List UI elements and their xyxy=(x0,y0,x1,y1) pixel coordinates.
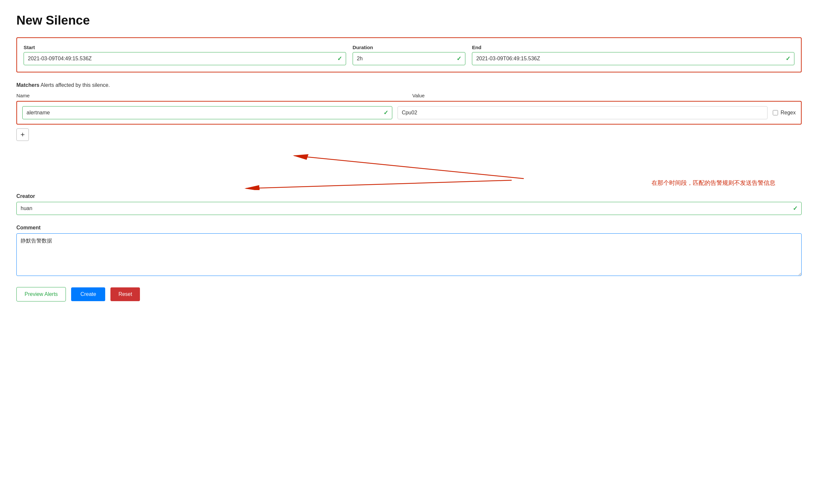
start-field-group: Start ✓ xyxy=(24,45,346,65)
end-field-group: End ✓ xyxy=(472,45,794,65)
annotation-text: 在那个时间段，匹配的告警规则不发送告警信息 xyxy=(652,179,775,187)
creator-input-wrapper: ✓ xyxy=(16,202,802,215)
end-input-wrapper: ✓ xyxy=(472,52,794,65)
matchers-label: Matchers xyxy=(16,82,39,88)
comment-label: Comment xyxy=(16,225,802,231)
end-input[interactable] xyxy=(472,52,794,65)
matchers-section: Matchers Alerts affected by this silence… xyxy=(16,82,802,141)
matcher-name-wrapper: ✓ xyxy=(22,106,392,119)
add-matcher-button[interactable]: + xyxy=(16,128,29,141)
regex-group: Regex xyxy=(773,110,796,116)
duration-input-wrapper: ✓ xyxy=(353,52,465,65)
time-section: Start ✓ Duration ✓ End ✓ xyxy=(16,37,802,72)
matchers-description: Alerts affected by this silence. xyxy=(41,82,110,88)
matcher-name-input[interactable] xyxy=(22,106,392,119)
svg-line-3 xyxy=(246,180,512,188)
actions-row: Preview Alerts Create Reset xyxy=(16,287,802,301)
duration-check-icon: ✓ xyxy=(457,55,461,62)
creator-section: Creator ✓ xyxy=(16,193,802,215)
matcher-name-check-icon: ✓ xyxy=(383,109,388,116)
creator-label: Creator xyxy=(16,193,802,199)
end-check-icon: ✓ xyxy=(786,55,790,62)
preview-alerts-button[interactable]: Preview Alerts xyxy=(16,287,66,301)
matcher-row: ✓ Regex xyxy=(16,101,802,125)
matcher-value-wrapper xyxy=(398,106,768,119)
matchers-header: Matchers Alerts affected by this silence… xyxy=(16,82,802,88)
duration-field-group: Duration ✓ xyxy=(353,45,465,65)
start-check-icon: ✓ xyxy=(337,55,342,62)
start-input[interactable] xyxy=(24,52,346,65)
comment-textarea[interactable] xyxy=(16,233,802,276)
value-column-label: Value xyxy=(412,93,802,98)
create-button[interactable]: Create xyxy=(71,287,105,301)
duration-label: Duration xyxy=(353,45,465,50)
regex-label: Regex xyxy=(781,110,796,116)
reset-button[interactable]: Reset xyxy=(110,287,140,301)
end-label: End xyxy=(472,45,794,50)
name-column-label: Name xyxy=(16,93,406,98)
start-input-wrapper: ✓ xyxy=(24,52,346,65)
svg-line-2 xyxy=(294,156,524,179)
start-label: Start xyxy=(24,45,346,50)
annotation-area: 在那个时间段，匹配的告警规则不发送告警信息 xyxy=(16,151,802,190)
creator-check-icon: ✓ xyxy=(793,205,798,212)
duration-input[interactable] xyxy=(353,52,465,65)
comment-section: Comment xyxy=(16,225,802,277)
page-title: New Silence xyxy=(16,13,802,28)
creator-input[interactable] xyxy=(16,202,802,215)
regex-checkbox[interactable] xyxy=(773,110,778,115)
matcher-value-input[interactable] xyxy=(398,106,768,119)
matchers-labels-row: Name Value xyxy=(16,93,802,98)
